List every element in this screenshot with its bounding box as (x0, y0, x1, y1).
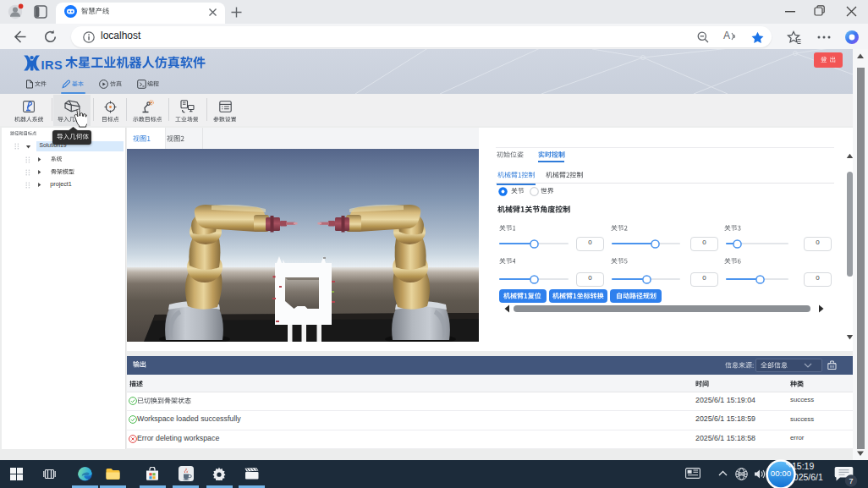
svg-text:7: 7 (849, 477, 853, 485)
svg-text:IRS: IRS (41, 58, 63, 71)
